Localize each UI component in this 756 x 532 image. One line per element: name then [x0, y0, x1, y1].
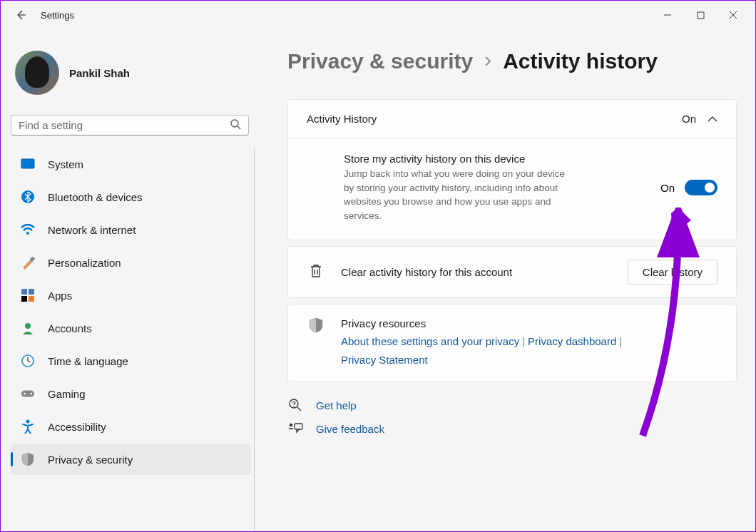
store-history-description: Jump back into what you were doing on yo… [344, 167, 565, 222]
sidebar-item-accessibility[interactable]: Accessibility [11, 411, 251, 442]
svg-point-23 [290, 424, 292, 426]
svg-rect-11 [21, 296, 27, 302]
clear-history-label: Clear activity history for this account [341, 266, 612, 278]
footer-links: Get help Give feedback [287, 398, 737, 435]
store-history-row: Store my activity history on this device… [288, 138, 736, 240]
shield-icon [21, 452, 35, 466]
close-button[interactable] [717, 4, 750, 26]
toggle-label: On [660, 182, 675, 194]
apps-icon [21, 288, 35, 302]
link-about-settings[interactable]: About these settings and your privacy [341, 335, 519, 347]
avatar [15, 51, 59, 95]
svg-line-3 [237, 126, 240, 129]
sidebar-item-label: Time & language [48, 355, 128, 367]
help-icon [287, 398, 303, 412]
clear-history-button[interactable]: Clear history [628, 260, 717, 285]
chevron-up-icon [708, 113, 717, 125]
shield-icon [309, 317, 323, 336]
nav: System Bluetooth & devices Network & int… [11, 148, 255, 531]
search-icon [230, 118, 241, 133]
bluetooth-icon [21, 190, 35, 204]
clear-history-card: Clear activity history for this account … [287, 246, 737, 298]
sidebar-item-bluetooth[interactable]: Bluetooth & devices [11, 181, 251, 213]
give-feedback-label: Give feedback [316, 423, 384, 435]
content: Privacy & security Activity history Acti… [259, 29, 755, 531]
activity-history-card: Activity History On Store my activity hi… [287, 99, 737, 240]
sidebar-item-gaming[interactable]: Gaming [11, 378, 251, 409]
link-privacy-dashboard[interactable]: Privacy dashboard [528, 335, 616, 347]
sidebar-item-personalization[interactable]: Personalization [11, 247, 251, 278]
chevron-right-icon [483, 52, 493, 71]
sidebar-item-label: Network & internet [48, 224, 136, 236]
svg-point-2 [231, 120, 238, 127]
sidebar-item-label: Bluetooth & devices [48, 191, 143, 203]
give-feedback-link[interactable]: Give feedback [287, 422, 737, 435]
svg-point-13 [25, 323, 31, 329]
svg-rect-9 [21, 289, 27, 295]
svg-rect-10 [29, 289, 34, 295]
feedback-icon [287, 422, 303, 435]
sidebar-item-network[interactable]: Network & internet [11, 214, 251, 245]
privacy-resources-title: Privacy resources [341, 317, 625, 329]
sidebar-item-time[interactable]: Time & language [11, 345, 251, 377]
privacy-resources-card: Privacy resources About these settings a… [287, 304, 737, 382]
sidebar-item-label: System [48, 158, 83, 170]
back-button[interactable] [6, 1, 35, 29]
svg-point-18 [30, 393, 32, 395]
link-privacy-statement[interactable]: Privacy Statement [341, 354, 428, 366]
gamepad-icon [21, 387, 35, 401]
svg-point-17 [24, 393, 26, 395]
minimize-button[interactable] [651, 4, 684, 26]
breadcrumb-parent[interactable]: Privacy & security [287, 49, 473, 73]
svg-rect-4 [21, 159, 34, 168]
svg-rect-24 [295, 424, 302, 429]
sidebar-item-system[interactable]: System [11, 148, 251, 180]
username: Pankil Shah [69, 67, 130, 79]
search-input[interactable] [19, 119, 230, 131]
clock-icon [21, 354, 35, 368]
accessibility-icon [21, 419, 35, 434]
svg-line-22 [297, 407, 301, 411]
get-help-label: Get help [316, 399, 357, 411]
breadcrumb: Privacy & security Activity history [287, 49, 737, 73]
sidebar-item-label: Accounts [48, 322, 92, 334]
wifi-icon [21, 222, 35, 237]
profile[interactable]: Pankil Shah [11, 29, 255, 115]
window-title: Settings [41, 10, 74, 21]
sidebar-item-label: Accessibility [48, 421, 106, 433]
sidebar-item-apps[interactable]: Apps [11, 280, 251, 311]
search-box[interactable] [11, 115, 249, 135]
svg-point-19 [26, 420, 30, 424]
title-bar: Settings [1, 1, 755, 29]
sidebar: Pankil Shah System Bluetooth & devices N… [1, 29, 259, 531]
trash-icon [310, 264, 322, 281]
person-icon [21, 321, 35, 335]
sidebar-item-privacy[interactable]: Privacy & security [11, 444, 251, 475]
store-history-toggle[interactable] [685, 180, 717, 195]
sidebar-item-label: Gaming [48, 388, 86, 400]
sidebar-item-accounts[interactable]: Accounts [11, 312, 251, 344]
sidebar-item-label: Personalization [48, 257, 121, 269]
get-help-link[interactable]: Get help [287, 398, 737, 412]
window-controls [651, 4, 750, 26]
svg-rect-1 [698, 12, 704, 19]
svg-rect-16 [21, 391, 34, 397]
svg-point-7 [26, 232, 29, 235]
svg-point-21 [293, 406, 294, 407]
svg-rect-12 [29, 296, 34, 302]
sidebar-item-label: Privacy & security [48, 454, 133, 466]
card-header-status: On [682, 113, 696, 125]
breadcrumb-current: Activity history [503, 49, 658, 73]
card-header[interactable]: Activity History On [288, 100, 736, 138]
sidebar-item-label: Apps [48, 290, 72, 302]
paint-icon [21, 255, 35, 270]
maximize-button[interactable] [684, 4, 717, 26]
system-icon [21, 157, 35, 171]
card-header-title: Activity History [307, 113, 377, 125]
store-history-title: Store my activity history on this device [344, 153, 558, 165]
